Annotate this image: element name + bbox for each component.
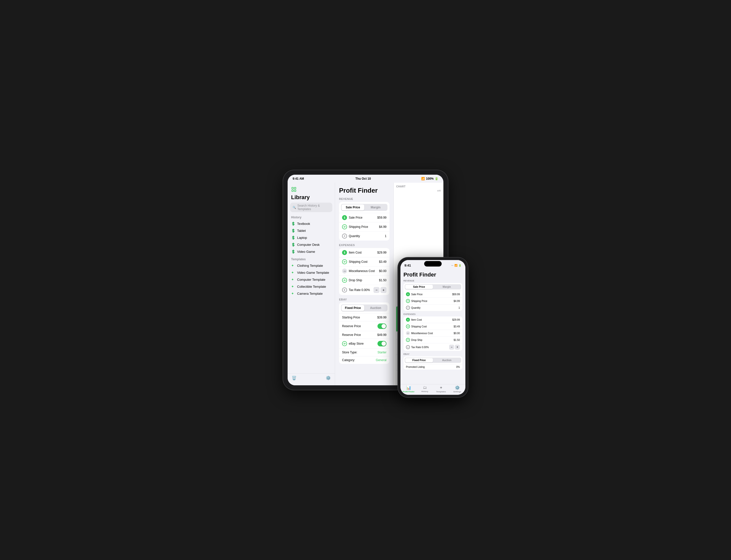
iphone-misc-value[interactable]: $0.00: [454, 332, 460, 335]
seg-fixed-price[interactable]: Fixed Price: [341, 305, 364, 311]
iphone-revenue-label: REVENUE: [404, 280, 462, 282]
iphone-ebay-seg[interactable]: Fixed Price Auction: [405, 358, 461, 363]
history-tab-label: History: [422, 390, 429, 393]
sidebar-item-computer-desk[interactable]: 💲 Computer Desk: [287, 241, 335, 248]
iphone-revenue-seg[interactable]: Sale Price Margin: [405, 284, 461, 289]
drop-ship-label: Drop Ship: [349, 279, 362, 282]
quantity-label: Quantity: [349, 234, 360, 238]
sidebar-label-collectible-template: Collectible Template: [297, 285, 326, 288]
library-title: Library: [287, 194, 335, 203]
iphone-shipping-cost-value[interactable]: $3.49: [454, 325, 460, 328]
iphone-field-shipping-cost: ⟳ Shipping Cost $3.49: [404, 323, 462, 330]
sale-price-icon: $: [342, 215, 347, 220]
revenue-segmented-control[interactable]: Sale Price Margin: [341, 204, 388, 211]
iphone-shipping-price-value[interactable]: $4.99: [454, 300, 460, 302]
iphone-quantity-value[interactable]: 1: [458, 306, 460, 309]
iphone-tax-stepper[interactable]: − +: [449, 345, 460, 350]
puzzle-icon-1: ✦: [291, 264, 295, 268]
shipping-price-value[interactable]: $4.99: [379, 225, 387, 229]
iphone-seg-sale[interactable]: Sale Price: [405, 285, 433, 289]
field-quantity: # Quantity 1: [339, 231, 390, 241]
field-sale-price: $ Sale Price $59.99: [339, 213, 390, 222]
stepper-minus[interactable]: −: [374, 287, 380, 293]
seg-margin[interactable]: Margin: [364, 204, 387, 210]
iphone-stepper-minus[interactable]: −: [449, 345, 454, 350]
iphone-seg-fixed[interactable]: Fixed Price: [405, 358, 433, 362]
tax-rate-icon: ¢: [342, 287, 347, 292]
chart-label: CHART: [396, 185, 441, 188]
field-left-drop-ship: ⟳ Drop Ship: [342, 278, 362, 283]
ebay-segmented-control[interactable]: Fixed Price Auction: [341, 304, 388, 311]
reserve-price-toggle[interactable]: [378, 323, 387, 329]
shipping-price-icon: ⟳: [342, 224, 347, 229]
iphone-wifi-icon: 📶: [455, 264, 457, 267]
sidebar-item-computer-template[interactable]: ✦ Computer Template: [287, 276, 335, 283]
iphone-frame: 9:41 ··· 📶 🔋 Profit Finder REVENUE Sale …: [398, 258, 468, 397]
iphone-drop-ship-value[interactable]: $1.50: [454, 339, 460, 341]
item-cost-value[interactable]: $29.99: [377, 251, 387, 254]
dollar-icon-5: 💲: [291, 250, 295, 254]
sidebar-label-textbook: Textbook: [297, 222, 310, 226]
sidebar-footer: 🗑️ ⚙️: [287, 373, 335, 382]
iphone-stepper-plus[interactable]: +: [455, 345, 460, 350]
sidebar-item-tablet[interactable]: 💲 Tablet: [287, 227, 335, 234]
sidebar-item-laptop[interactable]: 💲 Laptop: [287, 234, 335, 241]
iphone-tab-settings[interactable]: ⚙️ Settings: [449, 385, 465, 393]
store-type-value[interactable]: Starter: [378, 351, 387, 354]
iphone-drop-ship-icon: ⟳: [406, 338, 410, 342]
svg-rect-0: [292, 187, 293, 189]
iphone-field-sale-price: $ Sale Price $59.99: [404, 291, 462, 297]
iphone-tab-templates[interactable]: ✦ Templates: [433, 385, 449, 393]
seg-auction[interactable]: Auction: [364, 305, 387, 311]
trash-icon[interactable]: 🗑️: [291, 376, 296, 380]
templates-section-label: Templates: [287, 257, 335, 262]
puzzle-icon-4: ✦: [291, 284, 295, 288]
sidebar-header: [287, 186, 335, 194]
iphone-time: 9:41: [405, 264, 411, 267]
field-reserve-price-value: Reserve Price $49.99: [339, 331, 390, 339]
drop-ship-value[interactable]: $1.50: [379, 279, 387, 282]
iphone-sale-price-value[interactable]: $59.99: [452, 293, 460, 296]
shipping-cost-label: Shipping Cost: [349, 260, 368, 264]
sidebar-item-video-game-template[interactable]: ✦ Video Game Template: [287, 269, 335, 276]
ebay-store-toggle[interactable]: [378, 341, 387, 346]
shipping-cost-icon: ⟳: [342, 259, 347, 264]
reserve-price-value-label: Reserve Price: [342, 333, 361, 337]
misc-cost-label: Miscellaneous Cost: [349, 269, 375, 273]
ipad-date: Thu Oct 10: [355, 177, 371, 180]
sidebar-item-clothing-template[interactable]: ✦ Clothing Template: [287, 262, 335, 269]
sidebar-label-tablet: Tablet: [297, 229, 306, 233]
iphone-tab-profit-finder[interactable]: 📊 Profit Finder: [401, 385, 417, 393]
iphone-seg-auction[interactable]: Auction: [433, 358, 461, 362]
quantity-value[interactable]: 1: [385, 234, 387, 238]
sidebar-item-textbook[interactable]: 💲 Textbook: [287, 220, 335, 227]
sidebar-item-collectible-template[interactable]: ✦ Collectible Template: [287, 283, 335, 290]
reserve-price-toggle-label: Reserve Price: [342, 324, 361, 328]
search-bar[interactable]: 🔍 Search History & Templates: [290, 203, 332, 212]
iphone-item-cost-value[interactable]: $29.99: [452, 318, 460, 321]
dollar-icon-4: 💲: [291, 243, 295, 247]
settings-icon[interactable]: ⚙️: [326, 376, 331, 380]
iphone-tab-history[interactable]: 🗂 History: [417, 385, 433, 393]
field-left-ebay-store: ⟳ eBay Store: [342, 341, 363, 346]
seg-sale-price[interactable]: Sale Price: [341, 204, 364, 210]
svg-rect-3: [294, 190, 296, 191]
misc-cost-value[interactable]: $0.00: [379, 269, 387, 273]
templates-tab-icon: ✦: [440, 385, 443, 390]
sidebar-item-video-game[interactable]: 💲 Video Game: [287, 248, 335, 255]
sale-price-value[interactable]: $59.99: [377, 216, 387, 219]
starting-price-value[interactable]: $39.99: [377, 316, 387, 319]
item-cost-icon: $: [342, 250, 347, 255]
reserve-price-value[interactable]: $49.99: [377, 333, 387, 337]
revenue-card: Sale Price Margin $ Sale Price $59.99: [339, 202, 390, 241]
shipping-cost-value[interactable]: $3.49: [379, 260, 387, 264]
iphone-promoted-value[interactable]: 0%: [457, 366, 460, 368]
tax-rate-stepper[interactable]: − +: [374, 287, 387, 293]
iphone-tax-label: Tax Rate 0.00%: [411, 346, 429, 349]
category-value[interactable]: General: [376, 358, 387, 362]
iphone-misc-label: Miscellaneous Cost: [411, 332, 433, 335]
iphone-seg-margin[interactable]: Margin: [433, 285, 461, 289]
field-ebay-store: ⟳ eBay Store: [339, 339, 390, 348]
stepper-plus[interactable]: +: [381, 287, 387, 293]
sidebar-item-camera-template[interactable]: ✦ Camera Template: [287, 290, 335, 297]
